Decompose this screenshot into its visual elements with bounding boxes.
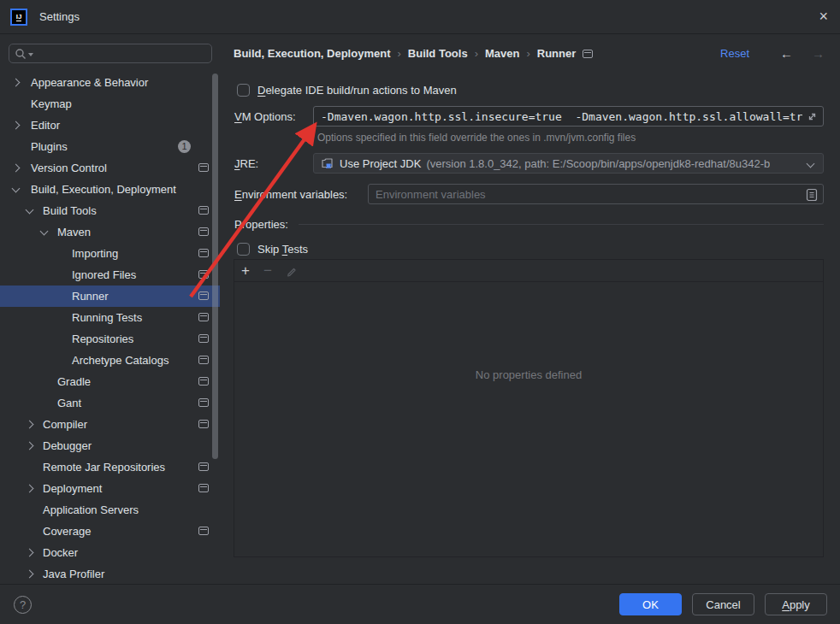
skip-tests-checkbox[interactable]	[237, 243, 250, 256]
close-icon[interactable]: ×	[819, 7, 828, 26]
project-level-icon	[198, 462, 209, 471]
chevron-down-icon[interactable]	[26, 206, 34, 215]
sidebar-item-debugger[interactable]: Debugger	[0, 435, 220, 456]
project-level-icon	[198, 377, 209, 386]
sidebar-item-build-execution-deployment[interactable]: Build, Execution, Deployment	[0, 179, 220, 200]
sidebar-item-version-control[interactable]: Version Control	[0, 157, 220, 179]
breadcrumb-separator: ›	[475, 47, 478, 60]
sidebar-scrollbar[interactable]	[212, 74, 218, 459]
skip-tests-label: Skip Tests	[257, 243, 308, 256]
project-level-icon	[198, 249, 209, 257]
sidebar-item-remote-jar-repositories[interactable]: Remote Jar Repositories	[0, 456, 220, 478]
delegate-to-maven-checkbox[interactable]	[237, 84, 250, 97]
sidebar-item-build-tools[interactable]: Build Tools	[0, 200, 220, 221]
dialog-footer: ? OK Cancel Apply	[0, 584, 840, 624]
breadcrumb-item[interactable]: Maven	[485, 47, 519, 60]
jre-selected-value: Use Project JDK	[340, 157, 421, 170]
project-level-icon	[198, 484, 209, 492]
intellij-logo-icon: IJ	[10, 9, 27, 26]
chevron-down-icon[interactable]	[12, 185, 21, 193]
environment-variables-placeholder: Environment variables	[376, 188, 486, 201]
add-property-icon[interactable]: +	[241, 262, 250, 280]
sidebar-item-coverage[interactable]: Coverage	[0, 521, 220, 542]
sidebar-item-application-servers[interactable]: Application Servers	[0, 499, 220, 521]
sidebar-item-docker[interactable]: Docker	[0, 542, 220, 563]
environment-variables-input[interactable]: Environment variables	[368, 184, 824, 204]
sidebar-item-repositories[interactable]: Repositories	[0, 328, 220, 350]
sidebar-item-running-tests[interactable]: Running Tests	[0, 307, 220, 328]
chevron-right-icon[interactable]	[26, 570, 34, 579]
ok-button[interactable]: OK	[619, 593, 682, 615]
properties-toolbar: + −	[234, 260, 823, 282]
chevron-right-icon[interactable]	[26, 421, 34, 429]
reset-link[interactable]: Reset	[720, 47, 749, 60]
search-history-chevron-icon[interactable]	[28, 53, 33, 56]
properties-separator	[299, 224, 824, 225]
chevron-down-icon[interactable]	[807, 160, 815, 168]
project-level-icon	[198, 420, 209, 428]
settings-tree: Appearance & Behavior Keymap Editor Plug…	[0, 72, 220, 584]
jre-selected-detail: (version 1.8.0_342, path: E:/Scoop/bin/a…	[426, 157, 770, 170]
plugins-count-badge: 1	[178, 140, 191, 153]
empty-properties-text: No properties defined	[234, 368, 823, 381]
jdk-icon	[321, 156, 334, 170]
project-level-icon	[198, 398, 209, 407]
back-arrow-icon[interactable]: ←	[780, 46, 793, 61]
breadcrumb: Build, Execution, Deployment › Build Too…	[234, 46, 825, 61]
project-level-icon	[198, 206, 209, 215]
environment-variables-label: Environment variables:	[234, 188, 347, 201]
project-level-icon	[198, 313, 209, 321]
search-input[interactable]	[9, 44, 212, 63]
project-level-icon	[198, 334, 209, 343]
vm-options-label: VM Options:	[234, 110, 296, 123]
properties-label: Properties:	[234, 218, 288, 231]
project-level-icon	[198, 270, 209, 279]
settings-sidebar: Appearance & Behavior Keymap Editor Plug…	[0, 34, 220, 584]
sidebar-item-keymap[interactable]: Keymap	[0, 93, 220, 115]
properties-table-panel: + − No properties defined	[234, 259, 824, 557]
cancel-button[interactable]: Cancel	[692, 593, 754, 615]
chevron-right-icon[interactable]	[26, 549, 34, 557]
forward-arrow-icon[interactable]: →	[812, 46, 825, 61]
chevron-right-icon[interactable]	[26, 485, 34, 493]
breadcrumb-item[interactable]: Build Tools	[408, 47, 468, 60]
sidebar-item-maven[interactable]: Maven	[0, 221, 220, 243]
chevron-right-icon[interactable]	[12, 79, 21, 87]
browse-variables-icon[interactable]	[806, 188, 818, 202]
sidebar-item-compiler[interactable]: Compiler	[0, 414, 220, 435]
apply-button[interactable]: Apply	[765, 593, 827, 615]
breadcrumb-item[interactable]: Build, Execution, Deployment	[234, 47, 390, 60]
help-icon[interactable]: ?	[14, 596, 32, 614]
window-title: Settings	[39, 10, 80, 23]
remove-property-icon[interactable]: −	[263, 262, 272, 280]
vm-options-hint: Options specified in this field override…	[317, 132, 636, 144]
project-level-icon	[198, 291, 209, 300]
jre-combobox[interactable]: Use Project JDK (version 1.8.0_342, path…	[313, 153, 824, 174]
sidebar-item-gradle[interactable]: Gradle	[0, 371, 220, 392]
sidebar-item-importing[interactable]: Importing	[0, 243, 220, 264]
sidebar-item-plugins[interactable]: Plugins 1	[0, 136, 220, 157]
breadcrumb-item[interactable]: Runner	[537, 47, 577, 60]
sidebar-item-deployment[interactable]: Deployment	[0, 478, 220, 499]
sidebar-item-ignored-files[interactable]: Ignored Files	[0, 264, 220, 286]
sidebar-item-archetype-catalogs[interactable]: Archetype Catalogs	[0, 350, 220, 371]
chevron-right-icon[interactable]	[12, 121, 21, 130]
sidebar-item-appearance-behavior[interactable]: Appearance & Behavior	[0, 72, 220, 93]
chevron-down-icon[interactable]	[40, 227, 49, 236]
chevron-right-icon[interactable]	[26, 442, 34, 450]
expand-field-icon[interactable]	[807, 111, 818, 122]
sidebar-item-runner[interactable]: Runner	[0, 286, 220, 307]
breadcrumb-separator: ›	[526, 47, 529, 60]
edit-property-icon[interactable]	[286, 265, 298, 277]
vm-options-value: -Dmaven.wagon.http.ssl.insecure=true -Dm…	[321, 110, 802, 123]
project-level-icon	[583, 50, 593, 58]
search-icon	[15, 48, 27, 60]
project-level-icon	[198, 163, 209, 172]
vm-options-input[interactable]: -Dmaven.wagon.http.ssl.insecure=true -Dm…	[313, 106, 824, 127]
sidebar-item-java-profiler[interactable]: Java Profiler	[0, 563, 220, 584]
project-level-icon	[198, 356, 209, 364]
chevron-right-icon[interactable]	[12, 164, 21, 173]
sidebar-item-gant[interactable]: Gant	[0, 392, 220, 414]
project-level-icon	[198, 227, 209, 236]
sidebar-item-editor[interactable]: Editor	[0, 115, 220, 136]
